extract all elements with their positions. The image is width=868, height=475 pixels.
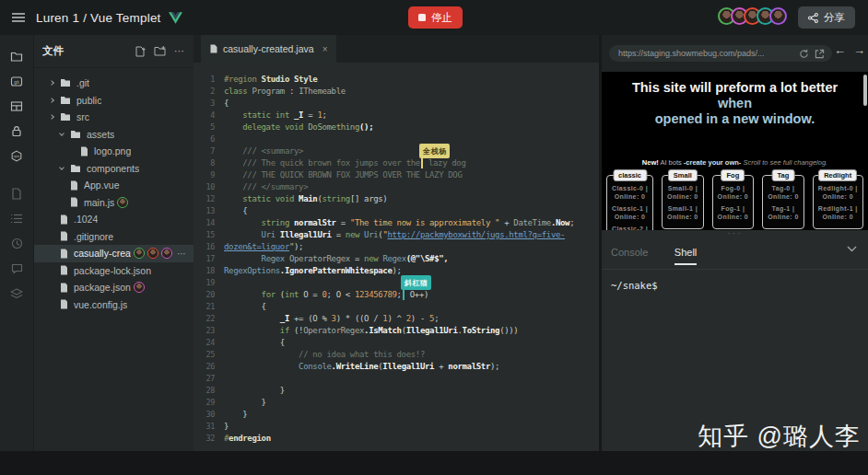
code-line[interactable]: 2class Program : IThemeable [194,86,599,98]
code-line[interactable]: 23 if (!OperatorRegex.IsMatch(Illegal1Ur… [194,325,599,337]
tree-item-App.vue[interactable]: App.vue [34,177,194,194]
tab-console[interactable]: Console [611,247,648,258]
clock-icon[interactable] [0,231,33,256]
code-line[interactable]: 28 } [194,385,599,397]
code-line[interactable]: 9 /// THE QUICK BROWN FOX JUMPS OVER THE… [194,169,599,181]
code-line[interactable]: 5 delegate void DoSomething(); [194,122,599,133]
code-lines[interactable]: 1#region Studio Style2class Program : IT… [194,63,599,445]
code-line[interactable]: 12 static void Main(string[] args) [194,193,599,205]
code-line[interactable]: 19 [194,277,599,289]
tree-item-vue.config.js[interactable]: vue.config.js [34,296,194,314]
room-entry[interactable]: Fog-0 |Online: 0 [718,185,749,201]
code-line[interactable]: 10 /// </summary> [194,181,599,193]
tree-item-.gitignore[interactable]: .gitignore [34,228,194,246]
code-line[interactable]: 25 // no idea what this does!? [194,349,599,361]
chevron-right-icon[interactable] [49,114,54,120]
room-entry[interactable]: Tag-0 |Online: 0 [768,185,799,201]
chevron-down-icon[interactable] [59,165,65,170]
editor-tab[interactable]: casually-created.java × [201,35,336,63]
tree-item-assets[interactable]: assets [34,126,194,144]
code-line[interactable]: 27 [194,373,599,385]
line-number: 14 [194,217,224,229]
room-entry[interactable]: Tag-1 |Online: 0 [768,205,799,221]
code-line[interactable]: 14 string normalStr = "The time now is a… [194,217,599,229]
user-avatar[interactable] [769,7,787,25]
tree-item-components[interactable]: components [34,160,194,178]
open-new-window-icon[interactable] [815,49,825,59]
code-line[interactable]: 21 { [194,301,599,313]
code-line[interactable]: 7 /// <summary> [194,145,599,157]
room-entry[interactable]: Redlight-0 |Online: 0 [818,185,858,201]
server-card-redlight[interactable]: RedlightRedlight-0 |Online: 0Redlight-1 … [813,175,863,229]
back-icon[interactable]: ← [834,43,846,57]
code-line[interactable]: 4 static int _I = 1; [194,110,599,122]
room-entry[interactable]: Fog-1 |Online: 0 [718,205,749,221]
browser-viewport[interactable]: This site will preform a lot better when… [602,72,868,230]
git-icon[interactable]: git [0,69,33,94]
share-button[interactable]: 分享 [798,6,855,29]
line-number: 16 [194,241,224,253]
code-line[interactable]: 29 } [194,397,599,409]
server-card-fog[interactable]: FogFog-0 |Online: 0Fog-1 |Online: 0 [712,175,755,229]
code-line[interactable]: 22 _I += (O % 3) * ((O / 1) ^ 2) - 5; [194,313,599,325]
tree-item-.1024[interactable]: .1024 [34,211,194,228]
tree-item-main.js[interactable]: main.js [34,194,194,212]
code-line[interactable]: 6 [194,133,599,145]
server-card-classic[interactable]: classicClassic-0 |Online: 0Classic-1 |On… [606,175,653,230]
code-token: Uri [262,230,280,239]
refresh-icon[interactable] [799,49,809,59]
code-line[interactable]: 32#endregion [194,433,599,445]
code-line[interactable]: 30 } [194,409,599,421]
code-line[interactable]: 24 { [194,337,599,349]
chevron-right-icon[interactable] [49,98,54,103]
code-line[interactable]: 18RegexOptions.IgnorePatternWhitespace); [194,265,599,277]
resize-handle[interactable]: ··· [602,230,868,238]
code-line[interactable]: 1#region Studio Style [194,74,599,86]
tree-item-package-lock.json[interactable]: package-lock.json [34,262,194,280]
chat-icon[interactable] [0,256,33,281]
item-more-icon[interactable]: ⋯ [177,249,187,259]
code-line[interactable]: 16dozen&t=liquor"); [194,241,599,253]
menu-icon[interactable] [12,12,25,23]
explorer-more-icon[interactable]: ⋯ [174,45,185,57]
code-line[interactable]: 15 Uri Illegal1Uri = new Uri("http://pac… [194,229,599,241]
server-card-small[interactable]: SmallSmall-0 |Online: 0Small-1 |Online: … [662,175,704,229]
chevron-down-icon[interactable] [59,131,65,136]
code-line[interactable]: 17 Regex OperatorRegex = new Regex(@"\S#… [194,253,599,265]
chevron-right-icon[interactable] [49,80,54,86]
tree-item-src[interactable]: src [34,109,194,126]
tab-shell[interactable]: Shell [674,247,697,265]
tree-item-package.json[interactable]: package.json [34,279,194,296]
code-line[interactable]: 3{ [194,98,599,110]
code-line[interactable]: 8 /// The quick brown fox jumps over the… [194,157,599,169]
server-card-tag[interactable]: TagTag-0 |Online: 0Tag-1 |Online: 0 [762,175,804,229]
new-file-icon[interactable] [135,46,146,57]
npm-hex-icon[interactable]: npm [0,144,33,168]
new-folder-icon[interactable] [154,46,166,56]
shell-prompt[interactable]: ~/snake$ [602,270,868,301]
document-icon[interactable] [0,181,33,206]
stack-icon[interactable] [0,281,33,306]
list-icon[interactable] [0,206,33,231]
forward-icon[interactable]: → [853,43,865,57]
tree-item-logo.png[interactable]: logo.png [34,143,194,160]
code-line[interactable]: 20 for (int O = 0; O < 123456789;斜杠猫 O++… [194,289,599,301]
room-entry[interactable]: Classic-1 |Online: 0 [612,205,648,221]
room-entry[interactable]: Small-1 |Online: 0 [667,205,698,221]
code-line[interactable]: 13 { [194,205,599,217]
stop-button[interactable]: 停止 [408,6,463,29]
lock-icon[interactable] [0,119,33,144]
code-line[interactable]: 31} [194,421,599,433]
chevron-down-icon[interactable] [847,246,857,252]
viewport-scrollbar[interactable] [863,75,867,106]
room-entry[interactable]: Classic-0 |Online: 0 [612,185,648,201]
tree-item-public[interactable]: public [34,92,194,110]
close-icon[interactable]: × [323,44,328,54]
tree-item-casually-created.j...[interactable]: casually-created.j...⋯ [34,245,194,262]
panels-icon[interactable] [0,94,33,119]
code-line[interactable]: 26 Console.WriteLine(Illegal1Uri + norma… [194,361,599,373]
tree-item-.git[interactable]: .git [34,75,194,92]
files-icon[interactable] [0,44,33,69]
room-entry[interactable]: Small-0 |Online: 0 [667,185,698,201]
room-entry[interactable]: Redlight-1 |Online: 0 [818,205,858,221]
